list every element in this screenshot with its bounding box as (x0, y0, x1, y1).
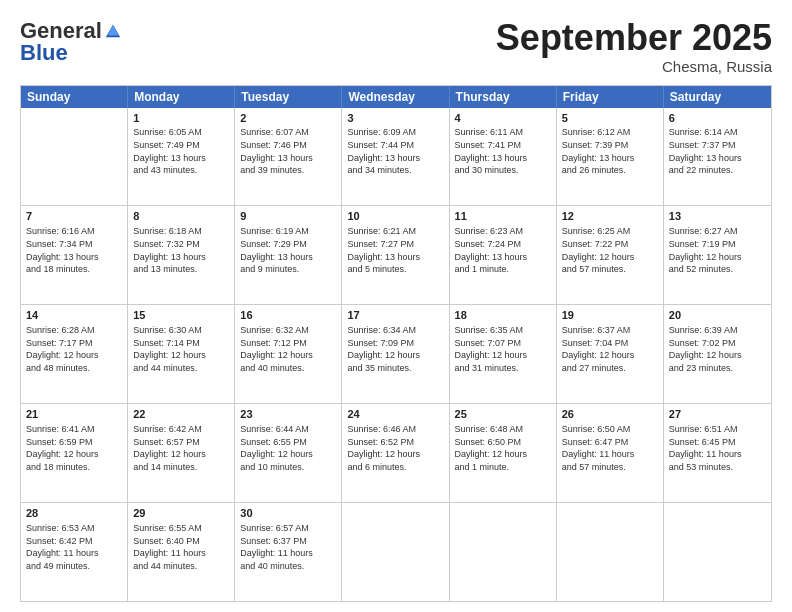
calendar-cell-1-6: 13Sunrise: 6:27 AM Sunset: 7:19 PM Dayli… (664, 206, 771, 304)
day-info: Sunrise: 6:19 AM Sunset: 7:29 PM Dayligh… (240, 225, 336, 275)
calendar-cell-4-4 (450, 503, 557, 601)
day-number: 3 (347, 111, 443, 126)
day-number: 14 (26, 308, 122, 323)
calendar-cell-0-4: 4Sunrise: 6:11 AM Sunset: 7:41 PM Daylig… (450, 108, 557, 206)
calendar-cell-2-3: 17Sunrise: 6:34 AM Sunset: 7:09 PM Dayli… (342, 305, 449, 403)
day-number: 24 (347, 407, 443, 422)
day-info: Sunrise: 6:25 AM Sunset: 7:22 PM Dayligh… (562, 225, 658, 275)
calendar-cell-3-2: 23Sunrise: 6:44 AM Sunset: 6:55 PM Dayli… (235, 404, 342, 502)
day-info: Sunrise: 6:57 AM Sunset: 6:37 PM Dayligh… (240, 522, 336, 572)
day-info: Sunrise: 6:35 AM Sunset: 7:07 PM Dayligh… (455, 324, 551, 374)
calendar-week-4: 28Sunrise: 6:53 AM Sunset: 6:42 PM Dayli… (21, 502, 771, 601)
day-info: Sunrise: 6:23 AM Sunset: 7:24 PM Dayligh… (455, 225, 551, 275)
day-info: Sunrise: 6:39 AM Sunset: 7:02 PM Dayligh… (669, 324, 766, 374)
calendar-cell-0-1: 1Sunrise: 6:05 AM Sunset: 7:49 PM Daylig… (128, 108, 235, 206)
calendar-cell-1-4: 11Sunrise: 6:23 AM Sunset: 7:24 PM Dayli… (450, 206, 557, 304)
calendar-cell-4-1: 29Sunrise: 6:55 AM Sunset: 6:40 PM Dayli… (128, 503, 235, 601)
day-header-monday: Monday (128, 86, 235, 108)
day-info: Sunrise: 6:18 AM Sunset: 7:32 PM Dayligh… (133, 225, 229, 275)
day-info: Sunrise: 6:53 AM Sunset: 6:42 PM Dayligh… (26, 522, 122, 572)
day-number: 8 (133, 209, 229, 224)
day-info: Sunrise: 6:50 AM Sunset: 6:47 PM Dayligh… (562, 423, 658, 473)
day-info: Sunrise: 6:48 AM Sunset: 6:50 PM Dayligh… (455, 423, 551, 473)
day-number: 12 (562, 209, 658, 224)
calendar-cell-0-3: 3Sunrise: 6:09 AM Sunset: 7:44 PM Daylig… (342, 108, 449, 206)
day-number: 16 (240, 308, 336, 323)
day-info: Sunrise: 6:16 AM Sunset: 7:34 PM Dayligh… (26, 225, 122, 275)
day-number: 5 (562, 111, 658, 126)
day-header-sunday: Sunday (21, 86, 128, 108)
calendar-week-3: 21Sunrise: 6:41 AM Sunset: 6:59 PM Dayli… (21, 403, 771, 502)
day-number: 10 (347, 209, 443, 224)
calendar-cell-4-6 (664, 503, 771, 601)
calendar-cell-2-2: 16Sunrise: 6:32 AM Sunset: 7:12 PM Dayli… (235, 305, 342, 403)
day-header-friday: Friday (557, 86, 664, 108)
calendar-body: 1Sunrise: 6:05 AM Sunset: 7:49 PM Daylig… (21, 108, 771, 601)
calendar: SundayMondayTuesdayWednesdayThursdayFrid… (20, 85, 772, 602)
location: Chesma, Russia (496, 58, 772, 75)
calendar-cell-2-6: 20Sunrise: 6:39 AM Sunset: 7:02 PM Dayli… (664, 305, 771, 403)
day-number: 27 (669, 407, 766, 422)
calendar-cell-2-0: 14Sunrise: 6:28 AM Sunset: 7:17 PM Dayli… (21, 305, 128, 403)
calendar-cell-0-0 (21, 108, 128, 206)
calendar-cell-4-5 (557, 503, 664, 601)
day-info: Sunrise: 6:28 AM Sunset: 7:17 PM Dayligh… (26, 324, 122, 374)
day-number: 11 (455, 209, 551, 224)
day-info: Sunrise: 6:46 AM Sunset: 6:52 PM Dayligh… (347, 423, 443, 473)
calendar-cell-2-1: 15Sunrise: 6:30 AM Sunset: 7:14 PM Dayli… (128, 305, 235, 403)
day-number: 22 (133, 407, 229, 422)
day-info: Sunrise: 6:14 AM Sunset: 7:37 PM Dayligh… (669, 126, 766, 176)
day-number: 7 (26, 209, 122, 224)
day-info: Sunrise: 6:05 AM Sunset: 7:49 PM Dayligh… (133, 126, 229, 176)
calendar-cell-1-1: 8Sunrise: 6:18 AM Sunset: 7:32 PM Daylig… (128, 206, 235, 304)
day-info: Sunrise: 6:11 AM Sunset: 7:41 PM Dayligh… (455, 126, 551, 176)
day-number: 6 (669, 111, 766, 126)
day-number: 29 (133, 506, 229, 521)
day-info: Sunrise: 6:12 AM Sunset: 7:39 PM Dayligh… (562, 126, 658, 176)
calendar-cell-4-2: 30Sunrise: 6:57 AM Sunset: 6:37 PM Dayli… (235, 503, 342, 601)
day-number: 25 (455, 407, 551, 422)
day-number: 23 (240, 407, 336, 422)
day-number: 17 (347, 308, 443, 323)
calendar-cell-0-6: 6Sunrise: 6:14 AM Sunset: 7:37 PM Daylig… (664, 108, 771, 206)
calendar-week-0: 1Sunrise: 6:05 AM Sunset: 7:49 PM Daylig… (21, 108, 771, 206)
title-block: September 2025 Chesma, Russia (496, 18, 772, 75)
day-info: Sunrise: 6:30 AM Sunset: 7:14 PM Dayligh… (133, 324, 229, 374)
day-number: 18 (455, 308, 551, 323)
day-number: 30 (240, 506, 336, 521)
day-info: Sunrise: 6:44 AM Sunset: 6:55 PM Dayligh… (240, 423, 336, 473)
calendar-cell-3-1: 22Sunrise: 6:42 AM Sunset: 6:57 PM Dayli… (128, 404, 235, 502)
logo-blue-text: Blue (20, 40, 68, 66)
day-info: Sunrise: 6:21 AM Sunset: 7:27 PM Dayligh… (347, 225, 443, 275)
day-header-wednesday: Wednesday (342, 86, 449, 108)
calendar-cell-1-3: 10Sunrise: 6:21 AM Sunset: 7:27 PM Dayli… (342, 206, 449, 304)
day-number: 1 (133, 111, 229, 126)
day-number: 20 (669, 308, 766, 323)
calendar-cell-3-0: 21Sunrise: 6:41 AM Sunset: 6:59 PM Dayli… (21, 404, 128, 502)
day-number: 21 (26, 407, 122, 422)
logo: General Blue (20, 18, 122, 66)
day-info: Sunrise: 6:09 AM Sunset: 7:44 PM Dayligh… (347, 126, 443, 176)
logo-icon (104, 22, 122, 40)
day-number: 28 (26, 506, 122, 521)
calendar-week-1: 7Sunrise: 6:16 AM Sunset: 7:34 PM Daylig… (21, 205, 771, 304)
calendar-cell-0-5: 5Sunrise: 6:12 AM Sunset: 7:39 PM Daylig… (557, 108, 664, 206)
calendar-cell-1-0: 7Sunrise: 6:16 AM Sunset: 7:34 PM Daylig… (21, 206, 128, 304)
calendar-cell-4-0: 28Sunrise: 6:53 AM Sunset: 6:42 PM Dayli… (21, 503, 128, 601)
calendar-cell-3-6: 27Sunrise: 6:51 AM Sunset: 6:45 PM Dayli… (664, 404, 771, 502)
day-number: 15 (133, 308, 229, 323)
calendar-cell-1-2: 9Sunrise: 6:19 AM Sunset: 7:29 PM Daylig… (235, 206, 342, 304)
day-info: Sunrise: 6:07 AM Sunset: 7:46 PM Dayligh… (240, 126, 336, 176)
calendar-cell-2-4: 18Sunrise: 6:35 AM Sunset: 7:07 PM Dayli… (450, 305, 557, 403)
day-info: Sunrise: 6:51 AM Sunset: 6:45 PM Dayligh… (669, 423, 766, 473)
calendar-cell-3-3: 24Sunrise: 6:46 AM Sunset: 6:52 PM Dayli… (342, 404, 449, 502)
calendar-header: SundayMondayTuesdayWednesdayThursdayFrid… (21, 86, 771, 108)
header: General Blue September 2025 Chesma, Russ… (20, 18, 772, 75)
day-number: 19 (562, 308, 658, 323)
calendar-week-2: 14Sunrise: 6:28 AM Sunset: 7:17 PM Dayli… (21, 304, 771, 403)
calendar-cell-3-5: 26Sunrise: 6:50 AM Sunset: 6:47 PM Dayli… (557, 404, 664, 502)
day-number: 2 (240, 111, 336, 126)
day-info: Sunrise: 6:37 AM Sunset: 7:04 PM Dayligh… (562, 324, 658, 374)
calendar-cell-4-3 (342, 503, 449, 601)
day-header-saturday: Saturday (664, 86, 771, 108)
